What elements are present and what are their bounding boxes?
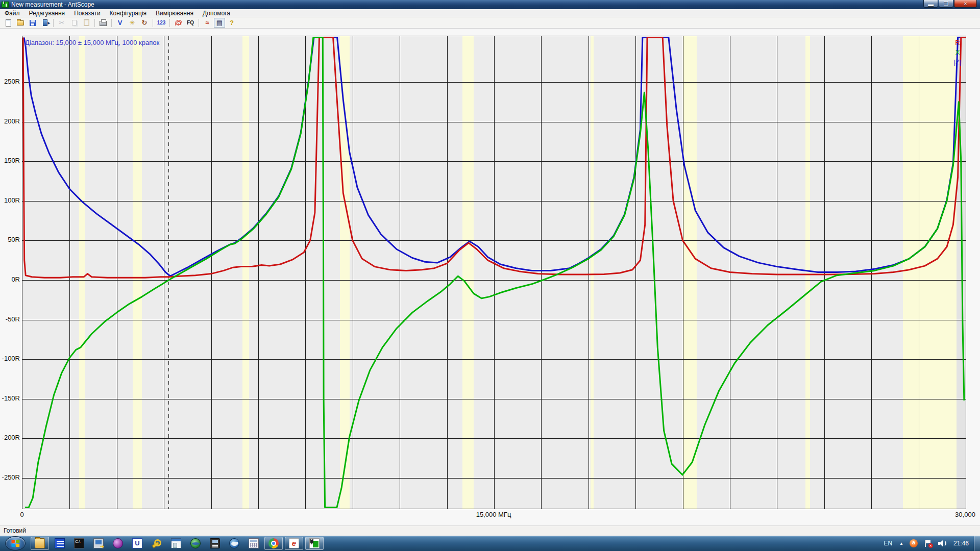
internet-globe-icon bbox=[190, 538, 201, 548]
taskbar-item-app-window[interactable] bbox=[167, 537, 185, 550]
taskbar-item-address-book[interactable] bbox=[51, 537, 68, 550]
clock[interactable]: 21:46 bbox=[950, 540, 974, 547]
taskbar-item-u-app[interactable]: U bbox=[129, 537, 146, 550]
bands-list-icon[interactable]: ▤ bbox=[214, 18, 225, 28]
taskbar: C:\Ue EN ▲ ✕ 21:46 bbox=[0, 536, 980, 551]
help-icon[interactable]: ? bbox=[226, 18, 237, 28]
show-desktop-button[interactable] bbox=[974, 536, 980, 551]
menu-item-1[interactable]: Файл bbox=[0, 9, 24, 17]
taskbar-item-command-prompt[interactable]: C:\ bbox=[70, 537, 88, 550]
taskbar-item-chrome[interactable] bbox=[264, 537, 283, 550]
x-axis-tick-label: 0 bbox=[20, 511, 23, 518]
y-axis-tick-label: -150R bbox=[0, 394, 20, 402]
media-sphere-icon bbox=[113, 538, 123, 548]
close-button[interactable]: × bbox=[954, 0, 977, 8]
phone-dialer-icon bbox=[210, 538, 220, 548]
chart-curve-icon[interactable]: V bbox=[114, 18, 126, 28]
status-text: Готовий bbox=[4, 527, 26, 534]
print-icon[interactable] bbox=[97, 18, 109, 28]
taskbar-item-phone-dialer[interactable] bbox=[206, 537, 224, 550]
y-axis-tick-label: 50R bbox=[0, 236, 20, 243]
taskbar-item-calculator[interactable] bbox=[245, 537, 262, 550]
y-axis-tick-label: -50R bbox=[0, 315, 20, 323]
chart-area: 250R200R150R100R50R0R-50R-100R-150R-200R… bbox=[0, 29, 980, 525]
taskbar-item-e-browser[interactable]: e bbox=[285, 537, 303, 550]
command-prompt-icon: C:\ bbox=[74, 538, 84, 548]
toolbar-separator bbox=[153, 19, 153, 27]
sweep-wave-icon[interactable]: ≈ bbox=[202, 18, 213, 28]
window-title: New measurement - AntScope bbox=[11, 1, 94, 8]
legend-item-X: X bbox=[951, 47, 964, 57]
start-button[interactable] bbox=[5, 536, 26, 550]
toolbar-separator bbox=[111, 19, 112, 27]
status-bar: Готовий bbox=[0, 525, 980, 536]
x-axis-tick-label: 30,000 bbox=[955, 511, 975, 518]
curve-Z bbox=[24, 38, 966, 277]
taskbar-item-thunderbird-mail[interactable] bbox=[226, 537, 243, 550]
legend-item-Z: |Z| bbox=[951, 57, 964, 67]
antscope-icon bbox=[309, 538, 320, 548]
explorer-icon bbox=[35, 538, 45, 548]
curves-canvas bbox=[22, 36, 966, 509]
impedance-plot[interactable]: Діапазон: 15,000 ± 15,000 МГц, 1000 крап… bbox=[22, 36, 966, 509]
new-file-icon[interactable] bbox=[3, 18, 14, 28]
toolbar-separator bbox=[169, 19, 170, 27]
taskbar-item-key-tool[interactable] bbox=[148, 537, 165, 550]
volume-icon[interactable] bbox=[938, 539, 947, 547]
taskbar-item-internet-globe[interactable] bbox=[187, 537, 204, 550]
paste-icon bbox=[81, 18, 92, 28]
export-icon[interactable] bbox=[39, 18, 51, 28]
menu-item-2[interactable]: Редагування bbox=[24, 9, 70, 17]
menu-bar: ФайлРедагуванняПоказатиКонфігураціяВимір… bbox=[0, 9, 980, 17]
legend-item-R: R bbox=[951, 38, 964, 47]
address-book-icon bbox=[55, 538, 65, 548]
y-axis-tick-label: -100R bbox=[0, 355, 20, 362]
y-axis-tick-label: -250R bbox=[0, 473, 20, 481]
system-tray: EN ▲ ✕ 21:46 bbox=[879, 536, 980, 551]
legend: RX|Z| bbox=[951, 38, 964, 67]
language-indicator[interactable]: EN bbox=[879, 540, 896, 547]
antivirus-tray-icon[interactable] bbox=[910, 539, 918, 547]
menu-item-5[interactable]: Вимірювання bbox=[151, 9, 198, 17]
y-axis-tick-label: 150R bbox=[0, 157, 20, 164]
cut-icon: ✂ bbox=[56, 18, 67, 28]
thunderbird-mail-icon bbox=[229, 538, 239, 548]
action-center-flag-icon[interactable]: ✕ bbox=[924, 539, 932, 547]
taskbar-item-media-sphere[interactable] bbox=[109, 537, 127, 550]
app-window-icon bbox=[171, 538, 181, 548]
hidden-icons-arrow[interactable]: ▲ bbox=[896, 541, 906, 546]
menu-item-4[interactable]: Конфігурація bbox=[105, 9, 151, 17]
y-axis-tick-label: -200R bbox=[0, 434, 20, 441]
open-file-icon[interactable] bbox=[15, 18, 26, 28]
antscope-app-icon bbox=[2, 2, 9, 8]
rescan-icon[interactable]: ↻ bbox=[139, 18, 150, 28]
curve-R bbox=[23, 38, 966, 278]
e-browser-icon: e bbox=[289, 538, 299, 548]
taskbar-item-remote-computer[interactable] bbox=[90, 537, 107, 550]
minimize-button[interactable]: ▬ bbox=[923, 0, 938, 8]
menu-item-3[interactable]: Показати bbox=[69, 9, 105, 17]
key-tool-icon bbox=[152, 538, 162, 548]
frequency-icon[interactable]: FQ bbox=[185, 18, 196, 28]
copy-icon bbox=[68, 18, 80, 28]
y-axis-tick-label: 250R bbox=[0, 78, 20, 85]
toolbar-separator bbox=[199, 19, 199, 27]
menu-item-6[interactable]: Допомога bbox=[198, 9, 235, 17]
y-axis-tick-label: 200R bbox=[0, 117, 20, 125]
u-app-icon: U bbox=[132, 538, 142, 548]
save-file-icon[interactable] bbox=[27, 18, 38, 28]
chrome-icon bbox=[268, 538, 279, 548]
x-axis-tick-label: 15,000 МГц bbox=[476, 511, 511, 518]
numbers-icon[interactable]: 123 bbox=[156, 18, 167, 28]
window-titlebar: New measurement - AntScope ▬ ❐ × bbox=[0, 0, 980, 9]
toolbar-separator bbox=[94, 19, 95, 27]
marker-star-icon[interactable]: ✳ bbox=[127, 18, 138, 28]
remote-computer-icon bbox=[93, 538, 104, 548]
y-axis-tick-label: 0R bbox=[0, 276, 20, 283]
calculator-icon bbox=[249, 538, 259, 548]
taskbar-item-explorer[interactable] bbox=[31, 537, 49, 550]
taskbar-item-antscope[interactable] bbox=[305, 537, 324, 550]
range-label: Діапазон: 15,000 ± 15,000 МГц, 1000 крап… bbox=[25, 39, 159, 46]
restore-button[interactable]: ❐ bbox=[939, 0, 953, 8]
antenna-signal-icon[interactable] bbox=[173, 18, 184, 28]
